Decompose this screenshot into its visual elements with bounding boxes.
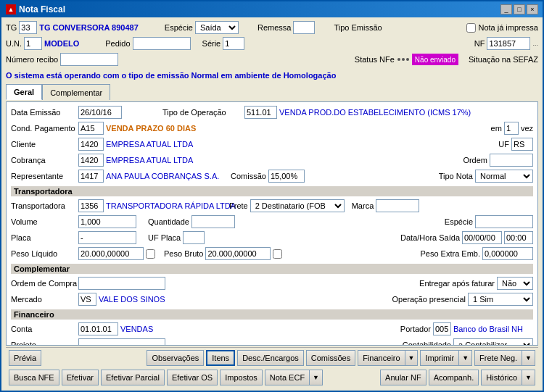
acompanh-button[interactable]: Acompanh. (429, 370, 479, 385)
mercado-name: VALE DOS SINOS (99, 295, 186, 304)
especie-select[interactable]: Saída Entrada (195, 21, 239, 34)
frete-neg-arrow[interactable]: ▼ (522, 350, 535, 366)
un-name: MODELO (44, 39, 79, 48)
portador-name: Banco do Brasil NH (453, 325, 533, 333)
tipo-operacao-label: Tipo de Operação (162, 108, 242, 117)
frete-label: Frete (229, 201, 248, 210)
imprimir-button[interactable]: Imprimir (420, 350, 458, 366)
volume-input[interactable] (78, 215, 136, 228)
ordem-compra-input[interactable] (78, 277, 165, 290)
cliente-code[interactable] (78, 138, 104, 151)
tab-complementar[interactable]: Complementar (42, 84, 110, 100)
projeto-input[interactable] (78, 338, 165, 346)
tg-input[interactable] (19, 21, 37, 34)
ordem-label: Ordem (463, 156, 487, 164)
desc-encargos-button[interactable]: Desc./Encargos (237, 350, 304, 366)
nota-impressa-checkbox[interactable] (466, 23, 476, 33)
itens-button[interactable]: Itens (206, 350, 235, 366)
transportadora-label: Transportadora (11, 201, 76, 210)
data-saida-input[interactable] (462, 231, 502, 244)
frete-select[interactable]: 2 Destinatario (FOB 1 Emitente (CIF) 3 T… (250, 199, 345, 212)
status-nfe-label: Status NFe (355, 55, 395, 64)
nota-ecf-button[interactable]: Nota ECF (265, 370, 309, 385)
cobranca-code[interactable] (78, 154, 104, 167)
hora-saida-input[interactable] (504, 231, 533, 244)
content-area: TG TG CONVERSORA 890487 Espécie Saída En… (1, 17, 543, 391)
representante-code[interactable] (78, 170, 104, 183)
nf-dots: ... (532, 40, 538, 47)
uf-input[interactable] (511, 138, 533, 151)
anular-nf-button[interactable]: Anular NF (380, 370, 426, 385)
ordem-input[interactable] (490, 154, 533, 167)
un-input[interactable] (24, 37, 42, 50)
minimize-button[interactable]: _ (500, 4, 512, 14)
em-input[interactable] (504, 122, 519, 135)
numero-recibo-input[interactable] (60, 53, 118, 66)
efetivar-button[interactable]: Efetivar (62, 370, 99, 385)
title-bar-left: ▲ Nota Fiscal (6, 4, 65, 14)
mercado-label: Mercado (11, 295, 76, 304)
marca-input[interactable] (376, 199, 419, 212)
efetivar-parcial-button[interactable]: Efetivar Parcial (101, 370, 165, 385)
historico-arrow[interactable]: ▼ (522, 370, 535, 385)
quantidade-input[interactable] (191, 215, 235, 228)
peso-extra-input[interactable] (482, 247, 533, 260)
financeiro-arrow[interactable]: ▼ (405, 350, 419, 366)
peso-extra-label: Peso Extra Emb. (420, 249, 480, 258)
operacao-presencial-label: Operação presencial (392, 295, 466, 304)
contabilidade-select[interactable]: a Contabilizar Contabilizado (453, 338, 533, 346)
portador-code[interactable] (433, 322, 451, 335)
remessa-label: Remessa (257, 23, 291, 32)
cond-pagamento-code[interactable] (78, 122, 104, 135)
ordem-compra-label: Ordem de Compra (11, 279, 76, 288)
nota-ecf-arrow[interactable]: ▼ (309, 370, 323, 385)
serie-input[interactable] (223, 37, 244, 50)
frete-neg-button[interactable]: Frete Neg. (474, 350, 522, 366)
header-row1: TG TG CONVERSORA 890487 Espécie Saída En… (6, 20, 538, 35)
entregar-apos-select[interactable]: Não Sim (497, 277, 533, 290)
peso-liquido-label: Peso Líquido (11, 249, 76, 258)
maximize-button[interactable]: □ (514, 4, 525, 14)
peso-liquido-checkbox[interactable] (146, 249, 155, 259)
comissao-input[interactable] (268, 170, 305, 183)
volume-label: Volume (11, 217, 76, 226)
mercado-code[interactable] (78, 293, 96, 306)
imprimir-arrow[interactable]: ▼ (458, 350, 472, 366)
tab-geral[interactable]: Geral (6, 84, 42, 100)
remessa-input[interactable] (293, 21, 315, 34)
observacoes-button[interactable]: Observações (147, 350, 204, 366)
especie-t-input[interactable] (475, 215, 533, 228)
tg-name: TG CONVERSORA 890487 (39, 23, 139, 32)
peso-bruto-label: Peso Bruto (164, 249, 203, 258)
tipo-emissao-label: Tipo Emissão (334, 23, 382, 32)
especie-label: Espécie (165, 23, 193, 32)
conta-code[interactable] (78, 322, 118, 335)
financeiro-button[interactable]: Financeiro (358, 350, 404, 366)
data-emissao-input[interactable] (78, 106, 122, 119)
nf-input[interactable] (487, 37, 530, 50)
previa-button[interactable]: Prévia (9, 350, 41, 366)
impostos-button[interactable]: Impostos (220, 370, 263, 385)
comissao-label: Comissão (231, 172, 266, 180)
busca-nfe-button[interactable]: Busca NFE (9, 370, 59, 385)
pedido-input[interactable] (133, 37, 191, 50)
uf-placa-input[interactable] (183, 231, 205, 244)
placa-input[interactable] (78, 231, 136, 244)
peso-bruto-checkbox[interactable] (273, 249, 282, 259)
peso-liquido-input[interactable] (78, 247, 144, 260)
numero-recibo-label: Número recibo (6, 55, 58, 64)
transportadora-code[interactable] (78, 199, 104, 212)
representante-name: ANA PAULA COBRANÇAS S.A. (106, 172, 222, 180)
tipo-operacao-code[interactable] (244, 106, 277, 119)
comissoes-button[interactable]: Comissões (306, 350, 355, 366)
tipo-nota-select[interactable]: Normal Complementar Devolução (475, 170, 533, 183)
close-button[interactable]: × (527, 4, 538, 14)
window-controls[interactable]: _ □ × (500, 4, 538, 14)
historico-button[interactable]: Histórico (481, 370, 522, 385)
peso-bruto-input[interactable] (205, 247, 271, 260)
efetivar-os-button[interactable]: Efetivar OS (167, 370, 218, 385)
pedido-label: Pedido (105, 39, 130, 48)
quantidade-label: Quantidade (148, 217, 189, 226)
alert-text: O sistema está operando com o tipo de em… (6, 71, 336, 80)
operacao-presencial-select[interactable]: 1 Sim 2 Não presencial (468, 293, 533, 306)
